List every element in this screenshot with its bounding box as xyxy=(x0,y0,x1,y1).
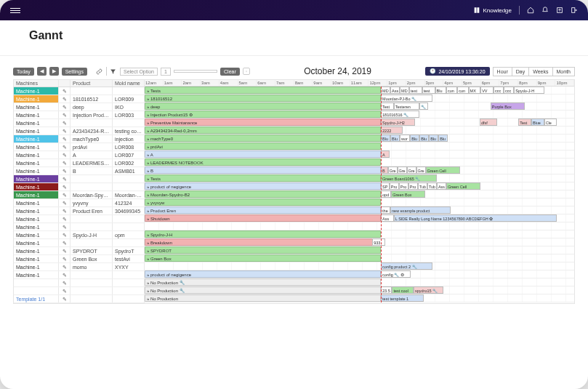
machine-cell[interactable]: Machine-1 xyxy=(14,271,59,278)
chart-row[interactable]: » product of negigenceSPProProProTubTubA… xyxy=(145,183,574,191)
machine-cell[interactable] xyxy=(14,287,59,294)
machine-cell[interactable]: Machine-1 xyxy=(14,111,59,119)
gantt-chip[interactable]: Blu xyxy=(438,135,448,142)
pencil-icon[interactable]: ✎ xyxy=(59,223,71,230)
clear-button[interactable]: Clear xyxy=(220,68,240,76)
chart-row[interactable]: » machType0BluBluworBluBluBluBlu xyxy=(145,135,574,143)
pencil-icon[interactable]: ✎ xyxy=(59,207,71,214)
gantt-bar[interactable]: » product of negigence xyxy=(145,183,381,190)
pencil-icon[interactable]: ✎ xyxy=(59,191,71,198)
chart-row[interactable]: » No Productiontest template 1 xyxy=(145,294,574,302)
gantt-chip[interactable]: 181016516 🔧 xyxy=(381,111,419,118)
view-weeks-button[interactable]: Weeks xyxy=(528,67,552,76)
gantt-bar[interactable]: » Breakdown xyxy=(145,238,381,246)
hamburger-icon[interactable] xyxy=(10,8,20,13)
gantt-chip[interactable]: Blu xyxy=(381,135,390,142)
gantt-bar[interactable]: » yvyvyw xyxy=(145,198,381,206)
gantt-chip[interactable]: SP xyxy=(381,183,390,190)
col-mold[interactable]: Mold name xyxy=(113,80,145,87)
gantt-bar[interactable]: » Preventive Maintanance xyxy=(145,119,381,126)
gantt-chip[interactable]: ccc xyxy=(494,87,504,94)
gantt-bar[interactable]: » prdAvi xyxy=(145,143,381,150)
task-row[interactable]: Machine-1✎Product Eren304699345 xyxy=(14,207,145,215)
gantt-chip[interactable]: Purple Box xyxy=(491,103,525,110)
gantt-chip[interactable]: Gre xyxy=(407,167,416,174)
gantt-chip[interactable]: VV xyxy=(480,87,494,94)
knowledge-link[interactable]: Knowledge xyxy=(473,7,512,14)
gantt-bar[interactable]: » machType0 xyxy=(145,135,381,142)
gantt-bar[interactable]: » No Production 🔧 xyxy=(145,286,381,294)
machine-cell[interactable]: Machine-1 xyxy=(14,239,59,246)
task-row[interactable]: Machine-1✎ xyxy=(14,239,145,247)
gantt-chip[interactable]: Cle xyxy=(544,119,557,126)
gantt-chip[interactable]: test template 1 xyxy=(381,294,424,302)
col-product[interactable]: Product xyxy=(71,80,113,87)
chart-row[interactable]: » Preventive MaintananceSpydro-J-H2dfsfT… xyxy=(145,119,574,127)
gantt-chip[interactable]: Testeren xyxy=(394,103,419,110)
gantt-chip[interactable]: Test xyxy=(518,119,531,126)
machine-cell[interactable]: Machine-1 xyxy=(14,159,59,167)
gantt-chip[interactable]: Spydro-J-H2 xyxy=(381,119,415,126)
machine-cell[interactable]: Machine-1 xyxy=(14,127,59,135)
machine-cell[interactable]: Machine-1 xyxy=(14,247,59,254)
chart-row[interactable]: » prdAvi xyxy=(145,143,574,151)
gantt-chip[interactable]: Blu xyxy=(419,135,429,142)
gantt-chip[interactable]: dfsf xyxy=(480,119,497,126)
gantt-chip[interactable]: Tub xyxy=(418,183,427,190)
machine-cell[interactable]: Machine-1 xyxy=(14,119,59,127)
machine-cell[interactable]: Machine-1 xyxy=(14,199,59,206)
task-row[interactable]: Machine-1✎ xyxy=(14,223,145,231)
home-icon[interactable] xyxy=(527,7,534,14)
chart-row[interactable]: » SPYDROT xyxy=(145,246,574,254)
machine-cell[interactable]: Machine-1 xyxy=(14,167,59,175)
pencil-icon[interactable]: ✎ xyxy=(59,127,71,135)
gantt-chip[interactable]: Gre xyxy=(398,167,407,174)
gantt-chip[interactable]: Pro xyxy=(390,183,399,190)
chart-row[interactable]: » No Production 🔧23.5test coolspydro15 🔧 xyxy=(145,286,574,294)
logout-icon[interactable] xyxy=(571,7,578,14)
gantt-chip[interactable]: the xyxy=(381,206,390,214)
gantt-bar[interactable]: » Moordan-Spydro-B2 xyxy=(145,191,381,198)
pencil-icon[interactable]: ✎ xyxy=(59,255,71,262)
search-input[interactable] xyxy=(174,70,217,73)
machine-cell[interactable]: Machine-1 xyxy=(14,95,59,103)
chart-row[interactable]: » TestsMDAssMDtesttestBluconconMXVVccccc… xyxy=(145,87,574,95)
task-row[interactable]: Machine-1✎181016512LOR009 xyxy=(14,95,145,103)
machine-cell[interactable]: Machine-1 xyxy=(14,103,59,111)
gantt-chip[interactable]: B xyxy=(381,167,387,174)
chart-row[interactable]: » Injection Product15 ⚙181016516 🔧 xyxy=(145,111,574,119)
task-row[interactable]: Machine-1✎momoXYXY xyxy=(14,263,145,271)
today-button[interactable]: Today xyxy=(13,68,34,76)
gantt-chip[interactable]: Pro xyxy=(408,183,418,190)
gantt-chip[interactable]: Gre xyxy=(416,167,426,174)
task-row[interactable]: ✎ xyxy=(14,279,145,287)
chart-row[interactable]: » No Production 🔧 xyxy=(145,278,574,286)
share-icon[interactable] xyxy=(243,68,250,75)
chart-row[interactable]: » A23434234-Red-0,2mm2222 xyxy=(145,127,574,135)
gantt-chip[interactable]: Spydo-J-H xyxy=(514,87,544,94)
task-row[interactable]: Machine-1✎ xyxy=(14,175,145,183)
chart-row[interactable]: » Moordan-Spydro-B2opdGreen Box xyxy=(145,191,574,198)
bell-icon[interactable] xyxy=(541,7,549,14)
machine-cell[interactable]: Machine-1 xyxy=(14,135,59,143)
task-row[interactable]: Machine-1✎Moordan-Spydro-B2Moordan-Spydr… xyxy=(14,191,145,199)
gantt-bar[interactable]: » Green Box xyxy=(145,254,381,262)
settings-button[interactable]: Settings xyxy=(62,68,87,76)
select-number[interactable]: 1 xyxy=(161,68,171,76)
task-row[interactable]: Machine-1✎LEADERMES NOTEBOOKLOR002 xyxy=(14,159,145,167)
pencil-icon[interactable]: ✎ xyxy=(59,183,71,191)
gantt-chip[interactable]: ccc xyxy=(504,87,514,94)
gantt-chip[interactable]: Gre xyxy=(388,167,398,174)
task-row[interactable]: Machine-1✎machType0injection xyxy=(14,135,145,143)
pencil-icon[interactable]: ✎ xyxy=(59,239,71,246)
task-row[interactable]: Machine-1✎ xyxy=(14,271,145,279)
task-row[interactable]: Machine-1✎ xyxy=(14,183,145,191)
gantt-chip[interactable]: Green Board1065 🔧 xyxy=(381,175,437,182)
machine-cell[interactable]: Machine-1 xyxy=(14,143,59,151)
chart-row[interactable]: » LEADERMES NOTEBOOK xyxy=(145,159,574,167)
machine-cell[interactable]: Machine-1 xyxy=(14,215,59,222)
gantt-bar[interactable]: » Tests xyxy=(145,87,381,94)
task-row[interactable]: Machine-1✎ xyxy=(14,119,145,127)
chart-row[interactable]: » Spydro-J-H xyxy=(145,230,574,238)
gantt-bar[interactable]: » SPYDROT xyxy=(145,246,381,254)
